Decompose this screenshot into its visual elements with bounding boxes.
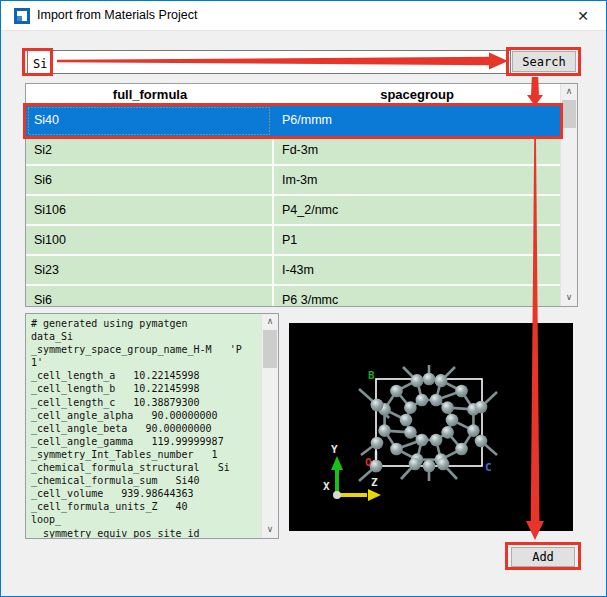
- si-atom: [441, 401, 454, 414]
- cif-scrollbar-thumb[interactable]: [263, 330, 277, 368]
- table-row[interactable]: Si23I-43m: [26, 256, 560, 286]
- si-atom: [378, 424, 391, 437]
- cell-full-formula: Si106: [26, 196, 274, 226]
- scroll-up-icon[interactable]: ∧: [561, 84, 577, 100]
- si-atom: [455, 443, 468, 456]
- cell-corner-label-c: C: [485, 461, 492, 474]
- cell-full-formula: Si2: [26, 136, 274, 166]
- search-input[interactable]: [27, 50, 511, 74]
- cell-full-formula: Si100: [26, 226, 274, 256]
- axis-label-z: Z: [371, 476, 378, 489]
- scroll-up-icon[interactable]: ∧: [262, 314, 278, 330]
- cell-corner-label-b: B: [368, 369, 375, 382]
- axis-label-x: X: [323, 480, 330, 493]
- si-atom: [430, 394, 443, 407]
- si-atom: [441, 426, 454, 439]
- si-atom: [409, 458, 422, 471]
- si-atom: [455, 385, 468, 398]
- cell-full-formula: Si23: [26, 256, 274, 286]
- cell-spacegroup: I-43m: [274, 256, 560, 286]
- table-row[interactable]: Si6P6 3/mmc: [26, 286, 560, 307]
- cif-panel: # generated using pymatgen data_Si _symm…: [25, 313, 279, 539]
- cif-text[interactable]: # generated using pymatgen data_Si _symm…: [26, 314, 261, 538]
- si-atom: [423, 460, 436, 473]
- table-scrollbar-thumb[interactable]: [562, 100, 576, 128]
- cell-spacegroup: Fd-3m: [274, 136, 560, 166]
- structure-viewer[interactable]: B O C Y Z X: [289, 323, 573, 531]
- si-atom: [423, 373, 436, 386]
- cell-full-formula: Si6: [26, 166, 274, 196]
- si-atom: [475, 401, 488, 414]
- add-button[interactable]: Add: [511, 547, 575, 567]
- close-icon[interactable]: ✕: [564, 1, 602, 30]
- si-atom: [435, 375, 448, 388]
- cell-spacegroup: Im-3m: [274, 166, 560, 196]
- si-atom: [437, 458, 450, 471]
- cell-spacegroup: P6 3/mmc: [274, 286, 560, 307]
- import-dialog-window: Import from Materials Project ✕ Search f…: [0, 0, 607, 597]
- cell-corner-label-o: O: [365, 456, 372, 469]
- cell-spacegroup: P1: [274, 226, 560, 256]
- scroll-down-icon[interactable]: ∨: [561, 290, 577, 306]
- si-atom: [400, 414, 413, 427]
- column-header-full-formula[interactable]: full_formula: [26, 84, 274, 105]
- axis-label-y: Y: [331, 443, 338, 456]
- cif-scrollbar[interactable]: ∧ ∨: [261, 314, 278, 538]
- table-row[interactable]: Si106P4_2/nmc: [26, 196, 560, 226]
- table-header: full_formula spacegroup: [26, 84, 560, 106]
- window-title: Import from Materials Project: [37, 8, 197, 22]
- table-row[interactable]: Si2Fd-3m: [26, 136, 560, 166]
- scroll-down-icon[interactable]: ∨: [262, 522, 278, 538]
- table-row[interactable]: Si100P1: [26, 226, 560, 256]
- column-header-spacegroup[interactable]: spacegroup: [274, 84, 560, 105]
- app-icon: [14, 8, 30, 24]
- table-row[interactable]: Si40P6/mmm: [26, 106, 560, 136]
- table-scrollbar[interactable]: ∧ ∨: [560, 84, 577, 306]
- si-atom: [467, 424, 480, 437]
- table-row[interactable]: Si6Im-3m: [26, 166, 560, 196]
- cell-spacegroup: P4_2/nmc: [274, 196, 560, 226]
- si-atom: [411, 375, 424, 388]
- si-atom: [390, 385, 403, 398]
- si-atom: [371, 437, 384, 450]
- si-atom: [416, 434, 429, 447]
- cell-full-formula: Si40: [26, 106, 274, 136]
- si-atom: [475, 435, 488, 448]
- si-atom: [404, 426, 417, 439]
- results-table: full_formula spacegroup Si40P6/mmmSi2Fd-…: [25, 83, 578, 307]
- si-atom: [371, 399, 384, 412]
- table-body: Si40P6/mmmSi2Fd-3mSi6Im-3mSi106P4_2/nmcS…: [26, 106, 560, 307]
- si-atom: [404, 401, 417, 414]
- si-atom: [390, 443, 403, 456]
- cell-full-formula: Si6: [26, 286, 274, 307]
- cell-spacegroup: P6/mmm: [274, 106, 560, 136]
- si-atom: [430, 434, 443, 447]
- si-atom: [446, 414, 459, 427]
- si-atom: [416, 394, 429, 407]
- title-bar: Import from Materials Project ✕: [1, 1, 606, 31]
- search-button[interactable]: Search: [512, 51, 576, 72]
